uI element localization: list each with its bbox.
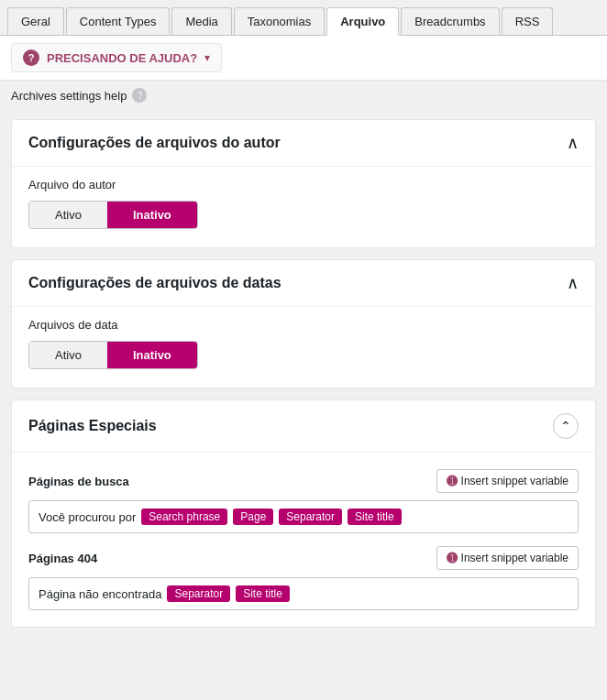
pages404-snippet-header: Páginas 404 ➊ Insert snippet variable [28, 546, 579, 570]
pages404-text: Página não encontrada [39, 587, 161, 601]
special-pages-body: Páginas de busca ➊ Insert snippet variab… [12, 452, 595, 627]
author-toggle-group: Ativo Inativo [28, 201, 198, 229]
date-toggle-ativo[interactable]: Ativo [29, 342, 107, 368]
archives-help-icon[interactable]: ? [132, 88, 147, 103]
search-pages-section: Páginas de busca ➊ Insert snippet variab… [28, 469, 579, 533]
tab-media[interactable]: Media [171, 7, 231, 35]
archives-help-text: Archives settings help [11, 89, 127, 103]
token-site-title-404[interactable]: Site title [236, 585, 290, 602]
search-token-field[interactable]: Você procurou por Search phrase Page Sep… [28, 500, 579, 533]
chevron-down-icon: ▾ [204, 51, 210, 64]
author-archives-card: Configurações de arquivos do autor ∧ Arq… [11, 119, 596, 248]
help-banner-button[interactable]: ? PRECISANDO DE AJUDA? ▾ [11, 43, 222, 72]
question-icon: ? [23, 49, 39, 66]
pages404-token-field[interactable]: Página não encontrada Separator Site tit… [28, 577, 579, 610]
special-pages-card: Páginas Especiais ⌃ Páginas de busca ➊ I… [11, 399, 596, 628]
author-toggle-ativo[interactable]: Ativo [29, 202, 107, 228]
pages404-plus-icon: ➊ [447, 551, 458, 565]
search-pages-label: Páginas de busca [28, 475, 129, 488]
author-chevron-icon: ∧ [567, 133, 579, 153]
pages404-label: Páginas 404 [28, 552, 97, 565]
tab-geral[interactable]: Geral [7, 7, 64, 35]
chevron-up-circle-icon: ⌃ [553, 413, 579, 439]
date-toggle-inativo[interactable]: Inativo [107, 342, 197, 368]
pages404-section: Páginas 404 ➊ Insert snippet variable Pá… [28, 546, 579, 610]
date-archive-field-label: Arquivos de data [28, 318, 579, 332]
archives-help-row: Archives settings help ? [0, 81, 607, 112]
tab-breadcrumbs[interactable]: Breadcrumbs [401, 7, 499, 35]
date-archives-header[interactable]: Configurações de arquivos de datas ∧ [12, 260, 595, 306]
token-separator[interactable]: Separator [279, 509, 342, 525]
author-archive-field-label: Arquivo do autor [28, 178, 579, 191]
search-phrase-text: Você procurou por [39, 510, 136, 524]
special-pages-title: Páginas Especiais [28, 418, 157, 434]
token-site-title[interactable]: Site title [348, 509, 402, 525]
date-archives-card: Configurações de arquivos de datas ∧ Arq… [11, 259, 596, 388]
pages404-insert-snippet-button[interactable]: ➊ Insert snippet variable [436, 546, 579, 570]
author-archives-body: Arquivo do autor Ativo Inativo [12, 166, 595, 247]
special-pages-header[interactable]: Páginas Especiais ⌃ [12, 400, 595, 452]
help-banner-label: PRECISANDO DE AJUDA? [47, 51, 197, 65]
pages404-insert-snippet-label: Insert snippet variable [461, 552, 568, 564]
author-toggle-inativo[interactable]: Inativo [107, 202, 197, 228]
help-banner-container: ? PRECISANDO DE AJUDA? ▾ [0, 36, 607, 81]
search-plus-icon: ➊ [447, 474, 458, 488]
author-archives-title: Configurações de arquivos do autor [28, 135, 281, 151]
search-snippet-header: Páginas de busca ➊ Insert snippet variab… [28, 469, 579, 493]
token-separator-404[interactable]: Separator [167, 585, 230, 602]
search-insert-snippet-button[interactable]: ➊ Insert snippet variable [436, 469, 579, 493]
tab-arquivo[interactable]: Arquivo [326, 7, 399, 36]
author-archives-header[interactable]: Configurações de arquivos do autor ∧ [12, 120, 595, 166]
tab-rss[interactable]: RSS [502, 7, 554, 35]
date-chevron-icon: ∧ [567, 273, 579, 293]
token-search-phrase[interactable]: Search phrase [141, 509, 227, 525]
token-page[interactable]: Page [233, 509, 273, 525]
main-content: Configurações de arquivos do autor ∧ Arq… [0, 112, 607, 635]
tabs-bar: GeralContent TypesMediaTaxonomiasArquivo… [0, 0, 607, 36]
date-toggle-group: Ativo Inativo [28, 341, 198, 369]
date-archives-title: Configurações de arquivos de datas [28, 275, 281, 291]
tab-content-types[interactable]: Content Types [66, 7, 171, 35]
date-archives-body: Arquivos de data Ativo Inativo [12, 306, 595, 388]
tab-taxonomias[interactable]: Taxonomias [234, 7, 325, 35]
search-insert-snippet-label: Insert snippet variable [461, 475, 568, 487]
